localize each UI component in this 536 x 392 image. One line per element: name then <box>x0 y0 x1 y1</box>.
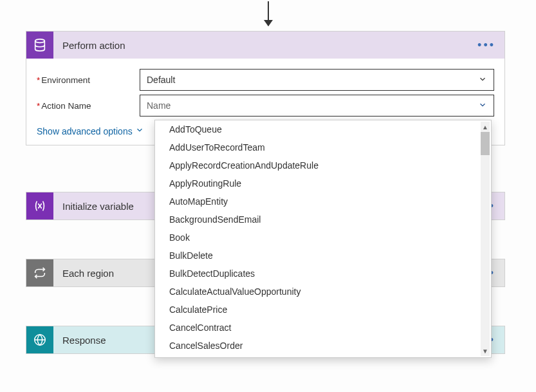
environment-label: *Environment <box>37 75 140 85</box>
dropdown-items-container: AddToQueueAddUserToRecordTeamApplyRecord… <box>155 120 491 355</box>
chevron-down-icon <box>135 126 144 136</box>
chevron-down-icon <box>478 100 487 111</box>
dropdown-option[interactable]: BulkDelete <box>155 247 491 265</box>
action-name-dropdown[interactable]: Name <box>140 95 494 117</box>
dropdown-option[interactable]: CalculateActualValueOpportunity <box>155 283 491 301</box>
dropdown-option[interactable]: CancelContract <box>155 319 491 337</box>
perform-action-menu-button[interactable]: ••• <box>477 39 495 52</box>
chevron-down-icon <box>478 75 487 86</box>
action-name-options-popup: AddToQueueAddUserToRecordTeamApplyRecord… <box>154 120 492 358</box>
dropdown-option[interactable]: AddUserToRecordTeam <box>155 138 491 156</box>
show-advanced-options-link[interactable]: Show advanced options <box>37 126 144 136</box>
variable-icon <box>26 192 53 219</box>
dropdown-option[interactable]: CalculatePrice <box>155 301 491 319</box>
globe-icon <box>26 326 53 353</box>
dropdown-option[interactable]: AddToQueue <box>155 120 491 138</box>
environment-row: *Environment Default <box>37 69 494 91</box>
perform-action-header[interactable]: Perform action ••• <box>26 32 504 59</box>
dropdown-option[interactable]: BackgroundSendEmail <box>155 210 491 229</box>
loop-icon <box>26 259 53 286</box>
scroll-down-button[interactable]: ▼ <box>481 346 490 356</box>
dropdown-option[interactable]: AutoMapEntity <box>155 192 491 210</box>
flow-arrow-down <box>268 1 269 26</box>
scroll-up-button[interactable]: ▲ <box>481 122 490 132</box>
dropdown-option[interactable]: Book <box>155 229 491 247</box>
environment-value: Default <box>147 75 175 85</box>
dropdown-option[interactable]: ApplyRecordCreationAndUpdateRule <box>155 156 491 174</box>
database-icon <box>26 32 53 59</box>
action-name-placeholder: Name <box>147 100 171 111</box>
action-name-row: *Action Name Name <box>37 95 494 117</box>
svg-point-0 <box>35 39 45 43</box>
dropdown-option[interactable]: ApplyRoutingRule <box>155 174 491 192</box>
action-name-options-list[interactable]: AddToQueueAddUserToRecordTeamApplyRecord… <box>155 120 491 357</box>
dropdown-option[interactable]: CancelSalesOrder <box>155 337 491 355</box>
scrollbar-thumb[interactable] <box>481 132 490 155</box>
dropdown-option[interactable]: BulkDetectDuplicates <box>155 265 491 283</box>
environment-dropdown[interactable]: Default <box>140 69 494 91</box>
perform-action-title: Perform action <box>53 40 477 51</box>
scrollbar[interactable]: ▲ ▼ <box>481 122 490 356</box>
action-name-label: *Action Name <box>37 101 140 111</box>
